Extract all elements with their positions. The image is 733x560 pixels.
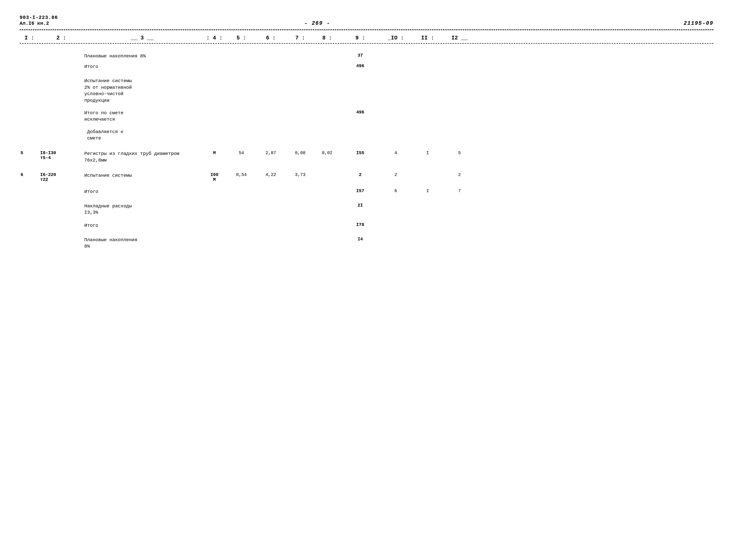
cell-row11-col2 (39, 236, 83, 237)
cell-row5-col10 (380, 128, 412, 129)
cell-row10-col4 (201, 222, 228, 223)
col-header-11: II : (412, 35, 444, 41)
cell-row6-col9: I55 (341, 150, 380, 156)
cell-row9-col6 (255, 202, 287, 203)
cell-row11-col11 (412, 236, 444, 237)
cell-row5-col7 (287, 128, 314, 129)
cell-row10-col6 (255, 222, 287, 223)
header-left: Ал.I6 кн.2 (20, 21, 49, 26)
cell-row3-col1 (20, 77, 39, 78)
col-header-5: 5 : (228, 35, 255, 41)
cell-row7-col6: 4,22 (255, 172, 287, 178)
cell-row10-col1 (20, 222, 39, 223)
cell-row1-col5 (228, 52, 255, 53)
cell-row2-col5 (228, 63, 255, 64)
cell-row2-col12 (444, 63, 475, 64)
cell-row3-col3: Испытание системы2% от нормативнойусловн… (83, 77, 201, 104)
cell-row5-col9 (341, 128, 380, 129)
cell-row9-col8 (314, 202, 341, 203)
column-headers: I : 2 : __ 3 __ : 4 : 5 : 6 : 7 : 8 : 9 … (20, 33, 713, 44)
table-row: Итого по сметеисключается 496 (20, 108, 713, 125)
cell-row11-col9: I4 (341, 236, 380, 242)
header-line2: Ал.I6 кн.2 - 269 - 21195-09 (20, 20, 713, 26)
table-row: Плановые накопления8% I4 (20, 235, 713, 252)
cell-row4-col12 (444, 109, 475, 110)
cell-row5-col5 (228, 128, 255, 129)
cell-row3-col7 (287, 77, 314, 78)
table-row: Итого 496 (20, 62, 713, 72)
col-header-2: 2 : (39, 35, 83, 41)
col-header-6: 6 : (255, 35, 287, 41)
cell-row10-col7 (287, 222, 314, 223)
header-line1: 903-I-223.86 (20, 15, 713, 20)
cell-row11-col1 (20, 236, 39, 237)
cell-row8-col11: I (412, 188, 444, 194)
col-header-10: _IO : (380, 35, 412, 41)
cell-row6-col1: 5 (20, 150, 39, 156)
cell-row4-col4 (201, 109, 228, 110)
cell-row10-col10 (380, 222, 412, 223)
cell-row1-col10 (380, 52, 412, 53)
table-row: Плановые накопления 8% 37 (20, 51, 713, 62)
cell-row2-col11 (412, 63, 444, 64)
cell-row2-col10 (380, 63, 412, 64)
cell-row9-col2 (39, 202, 83, 203)
cell-row7-col8 (314, 172, 341, 173)
cell-row1-col2 (39, 52, 83, 53)
top-divider (20, 29, 713, 30)
cell-row7-col9: 2 (341, 172, 380, 178)
cell-row1-col1 (20, 52, 39, 53)
cell-row5-col3: Добавляется к смете (83, 128, 201, 142)
cell-row6-col6: 2,87 (255, 150, 287, 156)
cell-row8-col2 (39, 188, 83, 189)
cell-row6-col3: Регистры из гладких труб диаметром 76x2,… (83, 150, 201, 164)
table-body: Плановые накопления 8% 37 Итого 496 Испы… (20, 51, 713, 252)
table-row: Итого I78 (20, 220, 713, 231)
cell-row1-col12 (444, 52, 475, 53)
cell-row5-col6 (255, 128, 287, 129)
cell-row1-col8 (314, 52, 341, 53)
cell-row8-col1 (20, 188, 39, 189)
cell-row6-col7: 0,08 (287, 150, 314, 156)
cell-row8-col5 (228, 188, 255, 189)
cell-row3-col8 (314, 77, 341, 78)
cell-row8-col6 (255, 188, 287, 189)
cell-row10-col9: I78 (341, 222, 380, 228)
cell-row6-col4: М (201, 150, 228, 156)
cell-row9-col9: 2I (341, 202, 380, 208)
cell-row3-col4 (201, 77, 228, 78)
cell-row7-col2: I6-220 т22 (39, 172, 83, 183)
cell-row2-col6 (255, 63, 287, 64)
cell-row8-col12: 7 (444, 188, 475, 194)
cell-row5-col2 (39, 128, 83, 129)
cell-row4-col2 (39, 109, 83, 110)
cell-row2-col8 (314, 63, 341, 64)
cell-row6-col12: 5 (444, 150, 475, 156)
cell-row11-col7 (287, 236, 314, 237)
cell-row10-col8 (314, 222, 341, 223)
cell-row8-col7 (287, 188, 314, 189)
col-header-1: I : (20, 35, 39, 41)
cell-row9-col5 (228, 202, 255, 203)
cell-row7-col4: I00 М (201, 172, 228, 183)
table-row: 6 I6-220 т22 Испытание системы I00 М 0,5… (20, 170, 713, 184)
cell-row5-col8 (314, 128, 341, 129)
cell-row5-col1 (20, 128, 39, 129)
col-header-4: : 4 : (201, 35, 228, 41)
cell-row2-col2 (39, 63, 83, 64)
table-row: 5 I8-I30 т5-4 Регистры из гладких труб д… (20, 149, 713, 165)
table-row: Испытание системы2% от нормативнойусловн… (20, 76, 713, 106)
cell-row3-col10 (380, 77, 412, 78)
col-header-12: I2 __ (444, 35, 475, 41)
cell-row7-col12: 2 (444, 172, 475, 178)
cell-row3-col2 (39, 77, 83, 78)
cell-row11-col5 (228, 236, 255, 237)
cell-row10-col2 (39, 222, 83, 223)
cell-row7-col3: Испытание системы (83, 172, 201, 179)
cell-row8-col4 (201, 188, 228, 189)
table-row: Накладные расходыI3,3% 2I (20, 201, 713, 218)
col-header-9: 9 : (341, 35, 380, 41)
cell-row11-col3: Плановые накопления8% (83, 236, 201, 250)
cell-row6-col5: 54 (228, 150, 255, 156)
cell-row1-col9: 37 (341, 52, 380, 58)
